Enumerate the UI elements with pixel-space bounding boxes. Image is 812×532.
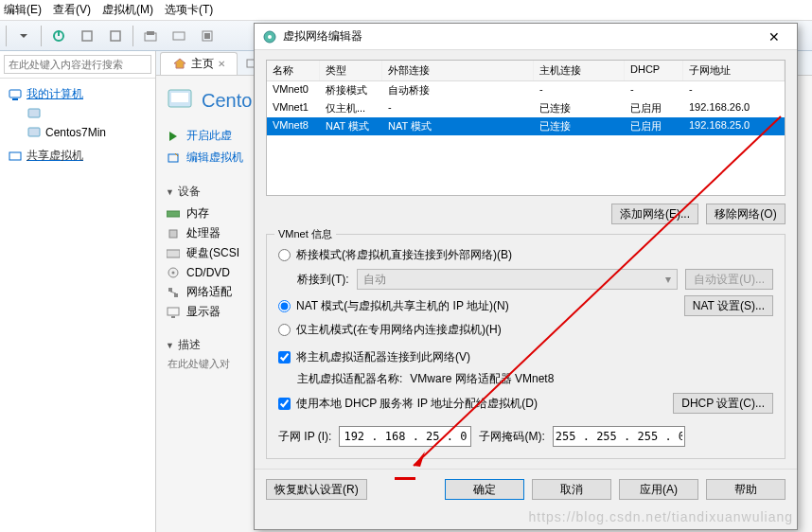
toolbar-btn-2[interactable] — [74, 24, 100, 48]
nat-set-button[interactable]: NAT 设置(S)... — [684, 295, 773, 316]
close-button[interactable]: ✕ — [759, 24, 789, 49]
toolbar-btn-3[interactable] — [102, 24, 129, 48]
remove-network-button[interactable]: 移除网络(O) — [706, 204, 786, 224]
svg-rect-16 — [171, 93, 188, 102]
help-button[interactable]: 帮助 — [706, 479, 786, 500]
vmnet-info-group: VMnet 信息 桥接模式(将虚拟机直接连接到外部网络)(B) 桥接到(T): … — [266, 234, 786, 459]
bridge-combo: 自动 ▾ — [357, 269, 679, 290]
radio-hostonly[interactable]: 仅主机模式(在专用网络内连接虚拟机)(H) — [278, 319, 773, 341]
radio-bridge[interactable]: 桥接模式(将虚拟机直接连接到外部网络)(B) — [278, 244, 773, 266]
tree-item-1[interactable] — [23, 104, 151, 123]
ok-button[interactable]: 确定 — [445, 479, 524, 500]
svg-rect-3 — [111, 31, 120, 41]
add-network-button[interactable]: 添加网络(E)... — [611, 204, 698, 224]
svg-rect-20 — [167, 250, 180, 257]
sidebar: 我的计算机 Centos7Min 共享虚拟机 — [0, 51, 156, 532]
shared-icon — [8, 149, 23, 164]
cpu-icon — [166, 226, 181, 241]
apply-button[interactable]: 应用(A) — [619, 479, 698, 500]
tree-shared[interactable]: 共享虚拟机 — [4, 146, 151, 166]
play-icon — [166, 129, 181, 144]
network-icon — [166, 285, 181, 300]
svg-point-29 — [268, 35, 272, 39]
table-row[interactable]: VMnet1 仅主机... - 已连接 已启用 192.168.26.0 — [267, 99, 785, 117]
tree-my-computer[interactable]: 我的计算机 — [4, 84, 151, 104]
tree-root-label: 我的计算机 — [26, 86, 83, 102]
svg-rect-10 — [12, 98, 18, 100]
check-connect-host[interactable]: 将主机虚拟适配器连接到此网络(V) — [278, 346, 773, 368]
svg-rect-9 — [9, 90, 21, 98]
restore-button[interactable]: 恢复默认设置(R) — [266, 479, 367, 500]
menu-tabs[interactable]: 选项卡(T) — [165, 2, 213, 18]
col-subnet[interactable]: 子网地址 — [683, 61, 785, 80]
menu-vm[interactable]: 虚拟机(M) — [102, 2, 153, 18]
tab-close-icon[interactable]: ✕ — [218, 59, 225, 69]
toolbar-dropdown[interactable] — [10, 24, 37, 48]
check-dhcp[interactable]: 使用本地 DHCP 服务将 IP 地址分配给虚拟机(D) DHCP 设置(C).… — [278, 390, 773, 417]
menubar: 编辑(E) 查看(V) 虚拟机(M) 选项卡(T) — [0, 0, 812, 21]
radio-bridge-input[interactable] — [278, 249, 291, 261]
group-title: VMnet 信息 — [274, 227, 336, 241]
vm-title-text: Cento — [202, 90, 252, 112]
display-icon — [166, 305, 181, 320]
watermark: https://blog.csdn.net/tiandixuanwuliang — [529, 509, 794, 524]
chevron-down-icon: ▾ — [665, 273, 671, 286]
mask-input[interactable] — [553, 426, 685, 447]
subnet-ip-input[interactable] — [339, 426, 471, 447]
svg-point-22 — [172, 272, 175, 275]
table-row-selected[interactable]: VMnet8 NAT 模式 NAT 模式 已连接 已启用 192.168.25.… — [267, 117, 785, 135]
radio-hostonly-input[interactable] — [278, 324, 291, 336]
svg-rect-23 — [168, 288, 172, 292]
col-ext[interactable]: 外部连接 — [382, 61, 534, 80]
annotation-underline — [395, 477, 415, 480]
tree-shared-label: 共享虚拟机 — [26, 148, 83, 164]
adapter-name-label: 主机虚拟适配器名称: — [297, 371, 402, 387]
col-type[interactable]: 类型 — [320, 61, 382, 80]
svg-rect-6 — [173, 32, 185, 40]
svg-rect-11 — [28, 109, 40, 117]
svg-rect-13 — [9, 152, 21, 160]
toolbar-btn-5[interactable] — [166, 24, 192, 48]
table-row[interactable]: VMnet0 桥接模式 自动桥接 - - - — [267, 81, 785, 99]
col-name[interactable]: 名称 — [267, 61, 320, 80]
vm-icon — [26, 125, 42, 140]
menu-edit[interactable]: 编辑(E) — [4, 2, 42, 18]
desc-header-label: 描述 — [178, 337, 201, 353]
check-connect-input[interactable] — [278, 351, 291, 364]
auto-set-button: 自动设置(U)... — [685, 269, 773, 290]
tree-item-2[interactable]: Centos7Min — [23, 123, 151, 142]
toolbar-btn-6[interactable] — [194, 24, 221, 48]
disk-icon — [166, 246, 181, 261]
action-edit-label: 编辑虚拟机 — [186, 150, 243, 166]
svg-rect-5 — [147, 31, 154, 35]
svg-rect-26 — [168, 308, 179, 315]
dialog-footer: 恢复默认设置(R) 确定 取消 应用(A) 帮助 — [255, 469, 797, 509]
vm-tree: 我的计算机 Centos7Min 共享虚拟机 — [0, 79, 155, 171]
vm-title-icon — [166, 85, 196, 115]
memory-icon — [166, 206, 181, 222]
toolbar-btn-4[interactable] — [137, 24, 164, 48]
check-dhcp-input[interactable] — [278, 398, 291, 410]
dialog-title: 虚拟网络编辑器 — [283, 28, 759, 44]
radio-nat-input[interactable] — [278, 300, 291, 312]
mask-label: 子网掩码(M): — [479, 429, 544, 445]
cd-icon — [166, 265, 181, 280]
col-host[interactable]: 主机连接 — [534, 61, 625, 80]
search-input[interactable] — [4, 55, 151, 74]
dhcp-set-button[interactable]: DHCP 设置(C)... — [673, 393, 773, 414]
menu-view[interactable]: 查看(V) — [53, 2, 91, 18]
svg-rect-8 — [204, 33, 210, 39]
cancel-button[interactable]: 取消 — [532, 479, 611, 500]
svg-rect-12 — [28, 128, 40, 136]
tab-home-label: 主页 — [191, 56, 214, 72]
home-icon — [172, 56, 187, 71]
col-dhcp[interactable]: DHCP — [625, 61, 683, 80]
svg-rect-27 — [171, 316, 175, 318]
svg-rect-2 — [82, 31, 92, 41]
adapter-name: VMware 网络适配器 VMnet8 — [410, 371, 554, 387]
power-on-icon[interactable] — [45, 24, 72, 48]
tab-home[interactable]: 主页 ✕ — [160, 52, 238, 75]
radio-nat[interactable]: NAT 模式(与虚拟机共享主机的 IP 地址)(N) NAT 设置(S)... — [278, 293, 773, 319]
devices-header-label: 设备 — [178, 184, 201, 200]
network-editor-dialog: 虚拟网络编辑器 ✕ 名称 类型 外部连接 主机连接 DHCP 子网地址 VMne… — [254, 23, 798, 530]
